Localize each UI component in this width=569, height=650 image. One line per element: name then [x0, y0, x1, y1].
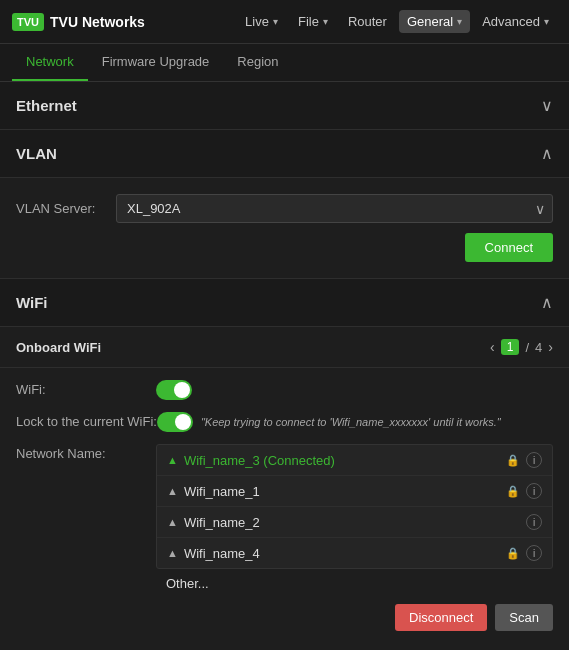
info-icon[interactable]: i: [526, 483, 542, 499]
vlan-server-row: VLAN Server: XL_902A ∨: [16, 194, 553, 223]
wifi-title: WiFi: [16, 294, 48, 311]
sub-nav-region[interactable]: Region: [223, 44, 292, 81]
nav-items: Live ▾ File ▾ Router General ▾ Advanced …: [237, 10, 557, 33]
onboard-wifi-header: Onboard WiFi ‹ 1 / 4 ›: [0, 327, 569, 368]
wifi-signal-icon: ▲: [167, 485, 178, 497]
ethernet-title: Ethernet: [16, 97, 77, 114]
onboard-wifi-title: Onboard WiFi: [16, 340, 101, 355]
network-item[interactable]: ▲Wifi_name_2i: [157, 507, 552, 538]
lock-toggle-label: Lock to the current WiFi:: [16, 412, 157, 429]
network-name-row: Network Name: ▲Wifi_name_3 (Connected)🔒i…: [16, 444, 553, 641]
scan-button[interactable]: Scan: [495, 604, 553, 631]
vlan-chevron-icon: ∧: [541, 144, 553, 163]
wifi-toggle-row: WiFi:: [16, 380, 553, 400]
network-item[interactable]: ▲Wifi_name_4🔒i: [157, 538, 552, 568]
wifi-toggle-value: [156, 380, 553, 400]
vlan-body: VLAN Server: XL_902A ∨ Connect: [0, 178, 569, 278]
network-name-label: Network Name:: [16, 444, 156, 461]
logo-text: TVU Networks: [50, 14, 145, 30]
vlan-server-select[interactable]: XL_902A: [116, 194, 553, 223]
disconnect-button[interactable]: Disconnect: [395, 604, 487, 631]
file-arrow-icon: ▾: [323, 16, 328, 27]
sub-nav-network[interactable]: Network: [12, 44, 88, 81]
network-name-text: Wifi_name_2: [184, 515, 520, 530]
network-list: ▲Wifi_name_3 (Connected)🔒i▲Wifi_name_1🔒i…: [156, 444, 553, 569]
vlan-section-header[interactable]: VLAN ∧: [0, 130, 569, 178]
wifi-section-body: Onboard WiFi ‹ 1 / 4 › WiFi:: [0, 327, 569, 650]
lock-toggle-row: Lock to the current WiFi: "Keep trying t…: [16, 412, 553, 432]
other-network-link[interactable]: Other...: [156, 569, 553, 598]
vlan-server-label: VLAN Server:: [16, 201, 116, 216]
logo-badge: TVU: [12, 13, 44, 31]
wifi-fields: WiFi: Lock to the current WiFi:: [0, 368, 569, 650]
wifi-toggle-thumb: [174, 382, 190, 398]
wifi-section-header[interactable]: WiFi ∧: [0, 279, 569, 327]
sub-nav-firmware[interactable]: Firmware Upgrade: [88, 44, 224, 81]
vlan-btn-row: Connect: [16, 233, 553, 262]
sub-nav: Network Firmware Upgrade Region: [0, 44, 569, 82]
lock-note: "Keep trying to connect to 'Wifi_name_xx…: [201, 416, 501, 428]
ethernet-chevron-icon: ∨: [541, 96, 553, 115]
network-name-text: Wifi_name_4: [184, 546, 500, 561]
lock-icon: 🔒: [506, 485, 520, 498]
network-item[interactable]: ▲Wifi_name_3 (Connected)🔒i: [157, 445, 552, 476]
wifi-btn-row: Disconnect Scan: [156, 598, 553, 641]
prev-page-icon[interactable]: ‹: [490, 339, 495, 355]
vlan-section-body: VLAN Server: XL_902A ∨ Connect: [0, 178, 569, 279]
lock-icon: 🔒: [506, 454, 520, 467]
wifi-body: Onboard WiFi ‹ 1 / 4 › WiFi:: [0, 327, 569, 650]
wifi-signal-icon: ▲: [167, 454, 178, 466]
network-item[interactable]: ▲Wifi_name_1🔒i: [157, 476, 552, 507]
wifi-toggle-label: WiFi:: [16, 380, 156, 397]
nav-file[interactable]: File ▾: [290, 10, 336, 33]
network-name-text: Wifi_name_1: [184, 484, 500, 499]
live-arrow-icon: ▾: [273, 16, 278, 27]
vlan-server-select-wrapper: XL_902A ∨: [116, 194, 553, 223]
lock-toggle[interactable]: [157, 412, 193, 432]
advanced-arrow-icon: ▾: [544, 16, 549, 27]
nav-live[interactable]: Live ▾: [237, 10, 286, 33]
wifi-chevron-icon: ∧: [541, 293, 553, 312]
lock-toggle-value: "Keep trying to connect to 'Wifi_name_xx…: [157, 412, 553, 432]
current-page: 1: [501, 339, 520, 355]
total-pages: 4: [535, 340, 542, 355]
network-list-container: ▲Wifi_name_3 (Connected)🔒i▲Wifi_name_1🔒i…: [156, 444, 553, 641]
info-icon[interactable]: i: [526, 514, 542, 530]
wifi-signal-icon: ▲: [167, 516, 178, 528]
nav-advanced[interactable]: Advanced ▾: [474, 10, 557, 33]
pagination: ‹ 1 / 4 ›: [490, 339, 553, 355]
network-name-text: Wifi_name_3 (Connected): [184, 453, 500, 468]
info-icon[interactable]: i: [526, 545, 542, 561]
lock-toggle-thumb: [175, 414, 191, 430]
wifi-signal-icon: ▲: [167, 547, 178, 559]
wifi-toggle[interactable]: [156, 380, 192, 400]
nav-general[interactable]: General ▾: [399, 10, 470, 33]
page-separator: /: [525, 340, 529, 355]
ethernet-section-header[interactable]: Ethernet ∨: [0, 82, 569, 130]
general-arrow-icon: ▾: [457, 16, 462, 27]
next-page-icon[interactable]: ›: [548, 339, 553, 355]
lock-icon: 🔒: [506, 547, 520, 560]
vlan-title: VLAN: [16, 145, 57, 162]
nav-router[interactable]: Router: [340, 10, 395, 33]
connect-button[interactable]: Connect: [465, 233, 553, 262]
top-nav: TVU TVU Networks Live ▾ File ▾ Router Ge…: [0, 0, 569, 44]
content: Ethernet ∨ VLAN ∧ VLAN Server: XL_902A ∨…: [0, 82, 569, 650]
info-icon[interactable]: i: [526, 452, 542, 468]
